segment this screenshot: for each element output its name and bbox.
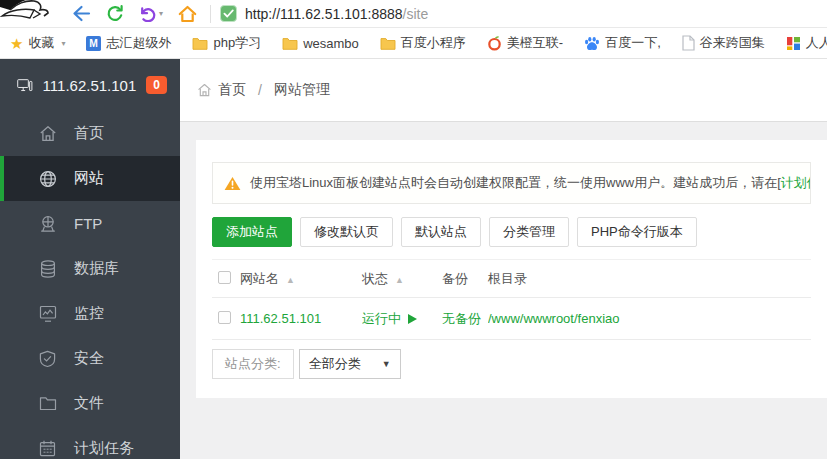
sidebar-item-label: 网站: [74, 169, 104, 188]
color-squares-icon: [786, 36, 801, 51]
sort-asc-icon[interactable]: ▲: [395, 275, 404, 285]
home-icon[interactable]: [178, 5, 197, 23]
star-icon: ★: [10, 36, 23, 51]
category-selected-value: 全部分类: [309, 355, 361, 373]
sidebar-item-ftp[interactable]: FTP: [0, 201, 180, 246]
breadcrumb-separator: /: [258, 82, 262, 98]
refresh-icon[interactable]: [106, 5, 124, 23]
row-checkbox[interactable]: [218, 311, 231, 324]
sidebar-item-label: 监控: [74, 304, 104, 323]
bookmark-item[interactable]: M 志汇超级外: [86, 34, 171, 52]
bookmarks-bar: ★ 收藏 ▾ M 志汇超级外 php学习 wesambo 百度小程序 美橙互联-…: [0, 28, 827, 59]
default-site-button[interactable]: 默认站点: [401, 217, 481, 247]
sidebar-item-label: 数据库: [74, 259, 119, 278]
category-label: 站点分类:: [212, 349, 294, 379]
sidebar-item-files[interactable]: 文件: [0, 381, 180, 426]
page-icon: [682, 35, 695, 51]
svg-text:M: M: [90, 38, 99, 49]
breadcrumb-home-link[interactable]: 首页: [218, 81, 246, 99]
alert-cron-link[interactable]: 计划任务: [781, 174, 811, 192]
browser-logo: [0, 0, 58, 27]
baidu-paw-icon: [584, 36, 600, 51]
bookmark-folder[interactable]: 百度小程序: [380, 34, 466, 52]
url-path: /site: [403, 6, 429, 22]
chevron-down-icon[interactable]: ▾: [61, 39, 65, 48]
bookmark-label: 美橙互联-: [507, 34, 563, 52]
bookmark-label: php学习: [213, 34, 261, 52]
caret-down-icon: ▼: [382, 359, 391, 369]
bookmark-label: 志汇超级外: [106, 34, 171, 52]
warning-alert: 使用宝塔Linux面板创建站点时会自动创建权限配置，统一使用www用户。建站成功…: [212, 162, 811, 204]
globe-icon: [38, 170, 57, 188]
category-manage-button[interactable]: 分类管理: [489, 217, 569, 247]
sort-asc-icon[interactable]: ▲: [286, 275, 295, 285]
header-backup: 备份: [442, 260, 488, 298]
back-icon[interactable]: [72, 5, 91, 22]
sites-table: 网站名▲ 状态▲ 备份 根目录 111.62.51.101 运行中: [212, 259, 811, 340]
sidebar-item-database[interactable]: 数据库: [0, 246, 180, 291]
header-status[interactable]: 状态▲: [362, 260, 442, 298]
server-ip: 111.62.51.101: [43, 77, 137, 94]
bookmark-folder[interactable]: php学习: [192, 34, 261, 52]
bookmark-label: wesambo: [303, 36, 359, 51]
sidebar-item-home[interactable]: 首页: [0, 111, 180, 156]
select-all-checkbox[interactable]: [218, 271, 231, 284]
sidebar: 111.62.51.101 0 首页 网站 FTP 数据库: [0, 59, 180, 459]
monitor-chart-icon: [38, 305, 57, 322]
url-text[interactable]: http://111.62.51.101:8888/site: [245, 6, 428, 22]
site-name-link[interactable]: 111.62.51.101: [240, 311, 321, 326]
bookmark-item[interactable]: 谷来跨国集: [682, 34, 765, 52]
php-cli-version-button[interactable]: PHP命令行版本: [577, 217, 697, 247]
site-backup[interactable]: 无备份: [442, 298, 488, 340]
bookmark-label: 收藏: [28, 34, 54, 52]
m-badge-icon: M: [86, 36, 101, 51]
breadcrumb-home-icon: [197, 83, 212, 97]
site-category-filter: 站点分类: 全部分类 ▼: [212, 349, 811, 379]
sidebar-server-header[interactable]: 111.62.51.101 0: [0, 59, 180, 111]
browser-toolbar: ▾ http://111.62.51.101:8888/site: [0, 0, 827, 28]
ftp-globe-icon: [38, 215, 57, 233]
bookmark-item[interactable]: 人人商城使: [786, 34, 827, 52]
warning-icon: [224, 176, 241, 191]
bookmark-label: 人人商城使: [806, 34, 827, 52]
orange-ring-icon: [487, 36, 502, 51]
sidebar-item-label: 首页: [74, 124, 104, 143]
add-site-button[interactable]: 添加站点: [212, 217, 292, 247]
breadcrumb-current: 网站管理: [274, 81, 330, 99]
table-row: 111.62.51.101 运行中 无备份 /www/wwwroot/fenxi…: [212, 298, 811, 340]
bookmark-folder[interactable]: wesambo: [282, 36, 359, 51]
sidebar-item-label: FTP: [74, 215, 102, 232]
sidebar-item-label: 文件: [74, 394, 104, 413]
alert-text-before: 使用宝塔Linux面板创建站点时会自动创建权限配置，统一使用www用户。建站成功…: [250, 174, 781, 192]
folder-icon: [380, 37, 396, 50]
bookmark-label: 百度一下,: [605, 34, 661, 52]
server-monitor-icon: [17, 76, 33, 94]
category-select[interactable]: 全部分类 ▼: [299, 349, 401, 379]
undo-caret-icon[interactable]: ▾: [159, 9, 163, 18]
address-bar[interactable]: http://111.62.51.101:8888/site: [220, 0, 827, 27]
sidebar-item-security[interactable]: 安全: [0, 336, 180, 381]
security-shield-icon[interactable]: [220, 5, 237, 22]
play-icon: [408, 314, 417, 324]
site-root-dir: /www/wwwroot/fenxiao: [488, 298, 811, 340]
browser-window: ▾ http://111.62.51.101:8888/site ★ 收藏 ▾ …: [0, 0, 827, 460]
site-toolbar: 添加站点 修改默认页 默认站点 分类管理 PHP命令行版本: [212, 217, 811, 247]
sidebar-item-label: 计划任务: [74, 439, 134, 458]
notification-badge[interactable]: 0: [146, 76, 167, 94]
site-status[interactable]: 运行中: [362, 310, 442, 328]
modify-default-page-button[interactable]: 修改默认页: [300, 217, 393, 247]
sidebar-item-cron[interactable]: 计划任务: [0, 426, 180, 460]
folder-icon: [282, 37, 298, 50]
sidebar-item-label: 安全: [74, 349, 104, 368]
bookmark-item[interactable]: 百度一下,: [584, 34, 661, 52]
sidebar-item-monitor[interactable]: 监控: [0, 291, 180, 336]
header-site-name[interactable]: 网站名▲: [240, 260, 362, 298]
table-header-row: 网站名▲ 状态▲ 备份 根目录: [212, 260, 811, 298]
sidebar-item-website[interactable]: 网站: [0, 156, 180, 201]
bookmark-favorites[interactable]: ★ 收藏 ▾: [10, 34, 65, 52]
content-area: 首页 / 网站管理 使用宝塔Linux面板创建站点时会自动创建权限配置，统一使用…: [180, 59, 827, 459]
undo-icon[interactable]: ▾: [139, 6, 163, 22]
folder-icon: [192, 37, 208, 50]
site-panel-card: 使用宝塔Linux面板创建站点时会自动创建权限配置，统一使用www用户。建站成功…: [196, 140, 827, 398]
bookmark-item[interactable]: 美橙互联-: [487, 34, 563, 52]
